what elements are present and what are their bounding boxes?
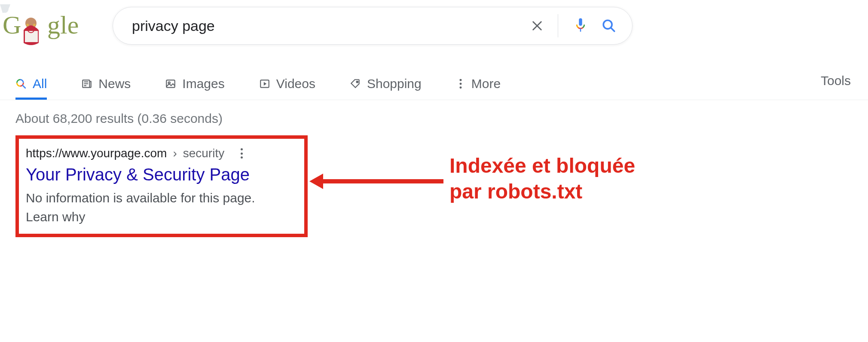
annotation-text: Indexée et bloquée par robots.txt (449, 153, 635, 205)
result-url-path[interactable]: security (183, 147, 224, 160)
search-tabs: All News Images Videos (0, 47, 868, 100)
search-icon[interactable] (599, 15, 619, 36)
result-stats: About 68,200 results (0.36 seconds) (15, 111, 868, 126)
result-snippet: No information is available for this pag… (26, 189, 292, 208)
result-url-sep: › (173, 147, 177, 160)
result-title-link[interactable]: Your Privacy & Security Page (26, 164, 292, 185)
svg-point-19 (357, 81, 358, 82)
tab-label: All (33, 76, 47, 91)
shopping-icon (350, 78, 361, 89)
tab-images[interactable]: Images (165, 70, 224, 100)
tools-button[interactable]: Tools (821, 73, 851, 97)
tab-label: More (471, 76, 501, 91)
search-header: G gle privacy page (0, 0, 868, 47)
tab-label: Images (182, 76, 224, 91)
arrow-icon (309, 174, 443, 189)
magnify-multicolor-icon (15, 78, 27, 89)
svg-text:gle: gle (47, 11, 79, 39)
mic-icon[interactable] (570, 15, 591, 36)
news-icon (81, 78, 92, 89)
svg-point-3 (26, 24, 29, 26)
videos-icon (259, 78, 270, 89)
tab-videos[interactable]: Videos (259, 70, 315, 100)
search-bar[interactable]: privacy page (113, 7, 633, 45)
images-icon (165, 78, 176, 89)
divider (558, 14, 558, 37)
svg-point-4 (33, 24, 36, 26)
result-url-row: https://www.yourpage.com › security (26, 147, 292, 160)
annotation-line2: par robots.txt (449, 180, 582, 203)
tab-all[interactable]: All (15, 70, 47, 100)
annotation-line1: Indexée et bloquée (449, 154, 635, 177)
search-input[interactable]: privacy page (132, 18, 519, 34)
svg-rect-8 (579, 18, 582, 26)
more-dots-icon (456, 78, 465, 89)
annotation-highlight-box: https://www.yourpage.com › security Your… (15, 135, 308, 237)
result-url-host[interactable]: https://www.yourpage.com (26, 147, 167, 160)
vertical-dots-icon[interactable] (235, 147, 248, 159)
svg-point-21 (459, 83, 462, 85)
google-doodle-logo[interactable]: G gle (0, 4, 95, 47)
tab-label: News (98, 76, 131, 91)
learn-why-link[interactable]: Learn why (26, 208, 292, 226)
svg-rect-9 (580, 28, 581, 32)
clear-icon[interactable] (527, 15, 547, 36)
tab-label: Videos (276, 76, 315, 91)
tab-shopping[interactable]: Shopping (350, 70, 422, 100)
annotation-callout: Indexée et bloquée par robots.txt (309, 156, 635, 207)
tab-news[interactable]: News (81, 70, 131, 100)
tab-label: Shopping (367, 76, 422, 91)
svg-text:G: G (3, 11, 21, 39)
tools-label: Tools (821, 73, 851, 88)
tab-more[interactable]: More (456, 70, 501, 100)
svg-point-22 (459, 86, 462, 89)
svg-point-20 (459, 79, 462, 81)
